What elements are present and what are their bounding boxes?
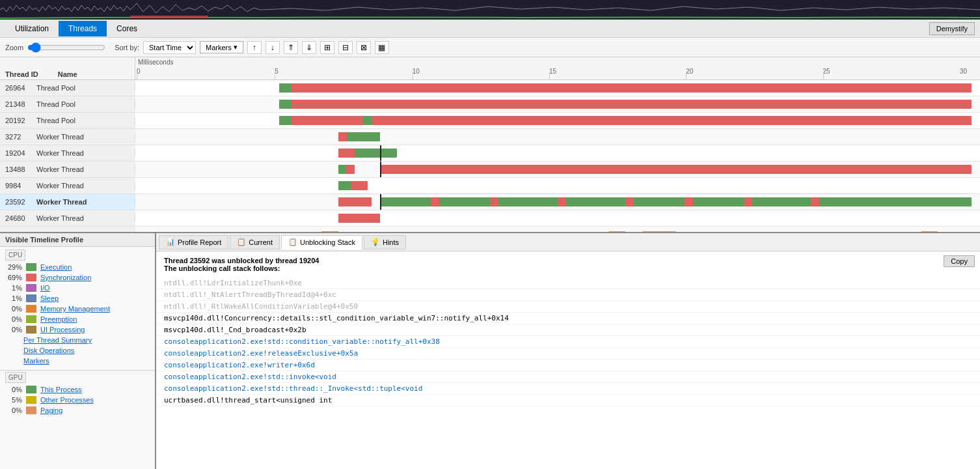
profile-item-label[interactable]: Execution bbox=[40, 263, 72, 271]
tab-utilization[interactable]: Utilization bbox=[5, 21, 59, 36]
thread-id-header: Thread ID bbox=[5, 70, 38, 78]
thread-bar-green bbox=[347, 132, 381, 141]
cpu-profile-section: CPU 29%Execution69%Synchronization1%I/O1… bbox=[0, 247, 155, 367]
gpu-profile-item-label[interactable]: This Process bbox=[40, 386, 82, 393]
profile-item-label[interactable]: Preemption bbox=[40, 315, 77, 323]
thread-name: Worker Thread bbox=[36, 133, 84, 141]
tick-20: 20 bbox=[686, 68, 693, 75]
profile-item[interactable]: 1%Sleep bbox=[0, 293, 155, 304]
chart-icon-btn[interactable]: ▦ bbox=[375, 41, 389, 54]
arrow-down-icon-btn[interactable]: ↓ bbox=[265, 41, 280, 54]
profile-link-item[interactable]: Markers bbox=[0, 356, 155, 366]
profile-link[interactable]: Markers bbox=[23, 357, 49, 365]
thread-row[interactable]: 26964Thread Pool bbox=[0, 80, 980, 96]
stack-item[interactable]: consoleapplication2.exe!writer+0x6d bbox=[156, 360, 980, 371]
stack-item[interactable]: consoleapplication2.exe!std::thread::_In… bbox=[156, 383, 980, 395]
zoom-slider[interactable] bbox=[27, 42, 105, 53]
thread-row[interactable]: 21348Thread Pool bbox=[0, 96, 980, 113]
thread-bar-green bbox=[279, 83, 292, 92]
markers-button[interactable]: Markers ▾ bbox=[200, 41, 243, 53]
bookmark-icon-btn2[interactable]: ⊟ bbox=[338, 41, 353, 54]
bookmark-icon-btn1[interactable]: ⊞ bbox=[320, 41, 334, 54]
demystify-button[interactable]: Demystify bbox=[929, 22, 975, 35]
thread-name: Worker Thread bbox=[36, 214, 84, 222]
profile-item[interactable]: 69%Synchronization bbox=[0, 272, 155, 283]
thread-row[interactable]: 20192Thread Pool bbox=[0, 113, 980, 129]
thread-info: 9984Worker Thread bbox=[0, 182, 135, 190]
thread-name: Thread Pool bbox=[36, 84, 75, 92]
thread-row[interactable]: 13488Worker Thread bbox=[0, 162, 980, 178]
panel-tab-unblocking-stack[interactable]: 📋Unblocking Stack bbox=[281, 235, 362, 249]
profile-color-swatch bbox=[26, 294, 36, 302]
profile-item[interactable]: 29%Execution bbox=[0, 262, 155, 272]
panel-tab-hints[interactable]: 💡Hints bbox=[364, 235, 406, 249]
thread-row[interactable]: DirectX GPU Engine 0 bbox=[0, 227, 980, 232]
profile-link-item[interactable]: Disk Operations bbox=[0, 345, 155, 356]
stack-item: ucrtbased.dll!thread_start<unsigned int bbox=[156, 395, 980, 406]
panel-content: Thread 23592 was unblocked by thread 192… bbox=[156, 251, 980, 469]
thread-bar-green bbox=[279, 100, 292, 109]
cursor-line bbox=[380, 194, 381, 210]
profile-item[interactable]: 0%UI Processing bbox=[0, 324, 155, 335]
thread-timeline bbox=[135, 162, 980, 177]
thread-row[interactable]: 19204Worker Thread bbox=[0, 145, 980, 162]
stack-item: ntdll.dll!_NtAlertThreadByThreadId@4+0xc bbox=[156, 289, 980, 301]
profile-item[interactable]: 1%I/O bbox=[0, 283, 155, 293]
tab-threads[interactable]: Threads bbox=[59, 21, 107, 36]
ruler-unit: Milliseconds bbox=[138, 59, 173, 66]
double-arrow-up-icon-btn[interactable]: ⇑ bbox=[284, 41, 298, 54]
profile-item-label[interactable]: I/O bbox=[40, 284, 50, 292]
arrow-up-icon-btn[interactable]: ↑ bbox=[247, 41, 262, 54]
double-arrow-down-icon-btn[interactable]: ⇓ bbox=[302, 41, 316, 54]
thread-id: 23592 bbox=[5, 198, 31, 206]
profile-item-label[interactable]: Sleep bbox=[40, 294, 59, 302]
gpu-bar bbox=[921, 231, 938, 232]
stack-item: msvcp140d.dll!Concurrency::details::stl_… bbox=[156, 313, 980, 324]
gpu-profile-color-swatch bbox=[26, 406, 36, 414]
sort-select[interactable]: Start Time bbox=[143, 41, 196, 54]
profile-item[interactable]: 0%Preemption bbox=[0, 314, 155, 324]
profile-item-label[interactable]: UI Processing bbox=[40, 326, 85, 334]
thread-row[interactable]: 24680Worker Thread bbox=[0, 210, 980, 227]
stack-item: ntdll.dll!_RtlWakeAllConditionVariable@4… bbox=[156, 301, 980, 313]
thread-timeline bbox=[135, 80, 980, 96]
gpu-profile-item-label[interactable]: Paging bbox=[40, 406, 62, 414]
tab-cores[interactable]: Cores bbox=[107, 21, 147, 36]
stack-item[interactable]: consoleapplication2.exe!std::condition_v… bbox=[156, 336, 980, 348]
right-panel: 📊Profile Report📋Current📋Unblocking Stack… bbox=[156, 233, 980, 469]
profile-link-item[interactable]: Per Thread Summary bbox=[0, 335, 155, 345]
profile-item-label[interactable]: Memory Management bbox=[40, 305, 110, 313]
profile-link[interactable]: Per Thread Summary bbox=[23, 336, 92, 344]
profile-link[interactable]: Disk Operations bbox=[23, 347, 74, 354]
copy-button[interactable]: Copy bbox=[944, 255, 975, 267]
profile-pct: 0% bbox=[5, 315, 22, 323]
stack-item[interactable]: consoleapplication2.exe!std::invoke<void bbox=[156, 371, 980, 383]
thread-info: 24680Worker Thread bbox=[0, 214, 135, 222]
tick-15: 15 bbox=[549, 68, 556, 75]
thread-timeline bbox=[135, 96, 980, 112]
thread-bar-green bbox=[355, 149, 397, 158]
stack-item: ntdll.dll!LdrInitializeThunk+0xe bbox=[156, 277, 980, 289]
gpu-profile-section: GPU 0%This Process5%Other Processes0%Pag… bbox=[0, 370, 155, 416]
thread-row[interactable]: 3272Worker Thread bbox=[0, 129, 980, 145]
thread-info: 13488Worker Thread bbox=[0, 165, 135, 173]
profile-item-label[interactable]: Synchronization bbox=[40, 274, 91, 281]
profile-item[interactable]: 0%Memory Management bbox=[0, 304, 155, 314]
thread-row[interactable]: 9984Worker Thread bbox=[0, 178, 980, 194]
gpu-profile-item-label[interactable]: Other Processes bbox=[40, 396, 94, 404]
gpu-profile-item[interactable]: 0%This Process bbox=[0, 384, 155, 395]
thread-row[interactable]: 23592Worker Thread bbox=[0, 194, 980, 210]
thread-name: Worker Thread bbox=[36, 149, 84, 157]
thread-list[interactable]: 26964Thread Pool21348Thread Pool20192Thr… bbox=[0, 80, 980, 232]
tick-line-25 bbox=[823, 72, 824, 79]
gpu-profile-item[interactable]: 5%Other Processes bbox=[0, 395, 155, 405]
stack-item[interactable]: consoleapplication2.exe!releaseExclusive… bbox=[156, 348, 980, 360]
panel-tab-current[interactable]: 📋Current bbox=[230, 235, 280, 249]
bookmark-icon-btn3[interactable]: ⊠ bbox=[357, 41, 371, 54]
thread-bar-interrupt bbox=[558, 197, 566, 206]
thread-id: 26964 bbox=[5, 84, 31, 92]
timeline-ruler: Milliseconds 0 5 10 15 20 25 30 bbox=[135, 57, 980, 79]
gpu-profile-item[interactable]: 0%Paging bbox=[0, 405, 155, 416]
panel-tab-profile-report[interactable]: 📊Profile Report bbox=[159, 235, 228, 249]
gpu-profile-pct: 0% bbox=[5, 386, 22, 393]
